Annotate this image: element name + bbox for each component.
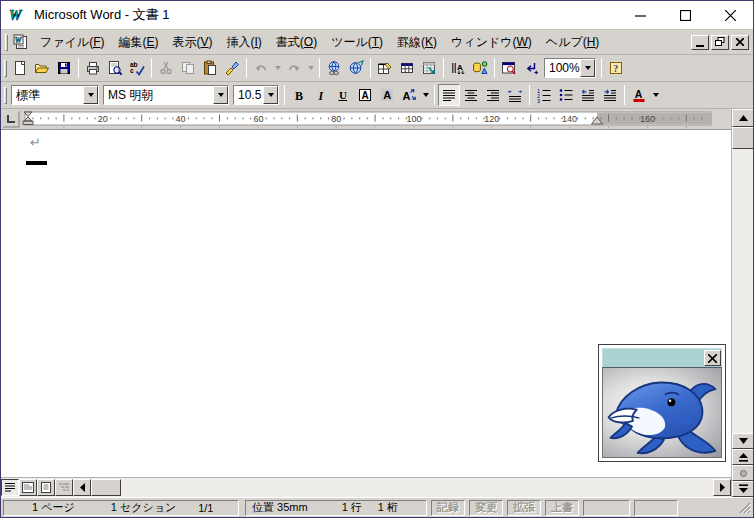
menu-grab-handle[interactable] [5,34,8,51]
spelling-grammar-button[interactable]: abc [126,57,148,79]
zoom-dropdown-arrow[interactable] [580,59,595,77]
decrease-indent-button[interactable] [577,84,599,106]
style-value[interactable]: 標準 [12,87,83,104]
previous-page-button[interactable] [732,449,754,465]
style-dropdown-arrow[interactable] [83,86,98,104]
next-page-button[interactable] [732,481,754,497]
font-value[interactable]: MS 明朝 [104,87,213,104]
bullets-button[interactable] [555,84,577,106]
ruler-number: 140 [562,114,577,124]
font-dropdown-arrow[interactable] [213,86,228,104]
enhanced-formatting-button[interactable]: A [398,84,420,106]
scroll-up-button[interactable] [732,109,754,127]
font-size-dropdown-arrow[interactable] [263,86,278,104]
assistant-close-button[interactable] [704,350,721,366]
word-window: W Microsoft Word - 文書 1 W ファイル(F)編集(E)表示… [0,0,754,518]
doc-minimize-icon [696,38,704,47]
enhanced-formatting-dropdown-arrow[interactable] [420,84,431,106]
center-button[interactable] [460,84,482,106]
minimize-button[interactable] [618,1,663,29]
tables-and-borders-button[interactable] [374,57,396,79]
close-button[interactable] [708,1,753,29]
horizontal-scrollbar[interactable] [1,477,731,497]
web-layout-view-button[interactable] [19,479,37,496]
menu-item-tools[interactable]: ツール(T) [324,33,390,51]
font-color-button[interactable]: A [628,84,650,106]
scroll-right-button[interactable] [713,479,731,496]
status-indicator[interactable]: 記録 [431,500,465,516]
status-indicator[interactable]: 変更 [469,500,503,516]
new-document-button[interactable] [9,57,31,79]
style-combo[interactable]: 標準 [11,85,99,105]
paste-button[interactable] [199,57,221,79]
document-map-button[interactable] [498,57,520,79]
svg-text:?: ? [613,63,618,74]
office-assistant-titlebar[interactable] [602,348,722,367]
menu-item-window[interactable]: ウィンドウ(W) [444,33,539,51]
menu-item-insert[interactable]: 挿入(I) [220,33,269,51]
drawing-button[interactable] [469,57,491,79]
scroll-left-button[interactable] [73,479,91,496]
vertical-scrollbar[interactable] [731,109,753,497]
justify-button[interactable] [438,84,460,106]
enclose-characters-button[interactable]: A [354,84,376,106]
status-indicator[interactable]: 拡張 [507,500,541,516]
minimize-icon [635,10,646,21]
scroll-down-button[interactable] [732,433,754,449]
menu-item-table[interactable]: 罫線(K) [390,33,444,51]
font-color-dropdown-arrow[interactable] [650,84,661,106]
menu-item-view[interactable]: 表示(V) [165,33,219,51]
menu-item-edit[interactable]: 編集(E) [111,33,165,51]
show-formatting-marks-button[interactable] [520,57,542,79]
menu-item-format[interactable]: 書式(O) [269,33,324,51]
print-preview-button[interactable] [104,57,126,79]
office-assistant-help-button[interactable]: ? [605,57,627,79]
normal-view-button[interactable] [1,479,19,496]
insert-hyperlink-button[interactable] [323,57,345,79]
font-combo[interactable]: MS 明朝 [103,85,229,105]
print-layout-view-button[interactable] [37,479,55,496]
vertical-scroll-thumb[interactable] [732,127,754,149]
character-shading-button[interactable]: A [376,84,398,106]
formatting-toolbar-grab-handle[interactable] [4,87,7,104]
zoom-value[interactable]: 100% [545,61,580,75]
italic-button[interactable]: I [310,84,332,106]
svg-text:A: A [403,90,411,102]
outline-view-button[interactable] [55,479,73,496]
resize-grip[interactable] [738,501,751,514]
align-right-button[interactable] [482,84,504,106]
font-size-combo[interactable]: 10.5 [233,85,279,105]
distribute-characters-button[interactable] [504,84,526,106]
status-indicator[interactable]: 上書 [545,500,579,516]
font-size-value[interactable]: 10.5 [234,88,263,102]
office-assistant-window[interactable] [598,344,726,462]
underline-button[interactable]: U [332,84,354,106]
increase-indent-button[interactable] [599,84,621,106]
numbering-button[interactable]: 123 [533,84,555,106]
open-button[interactable] [31,57,53,79]
horizontal-scroll-thumb[interactable] [91,479,121,496]
standard-toolbar-grab-handle[interactable] [4,60,7,77]
horizontal-ruler[interactable]: 20406080100120140160 [1,109,731,129]
zoom-combo[interactable]: 100% [544,58,596,78]
document-area[interactable]: ↵ [1,129,731,477]
select-browse-object-button[interactable] [732,465,754,481]
menu-item-help[interactable]: ヘルプ(H) [539,33,607,51]
doc-close-button[interactable] [731,35,749,50]
web-toolbar-button[interactable] [345,57,367,79]
save-button[interactable] [53,57,75,79]
insert-table-button[interactable] [396,57,418,79]
text-direction-button[interactable]: A [447,57,469,79]
bold-button[interactable]: B [288,84,310,106]
doc-restore-button[interactable] [711,35,729,50]
format-painter-button[interactable] [221,57,243,79]
page-info-panel: 1 ページ 1 セクション 1/1 [3,500,239,516]
print-button[interactable] [82,57,104,79]
vertical-scroll-track[interactable] [732,149,753,433]
menu-item-file[interactable]: ファイル(F) [33,33,111,51]
insert-excel-worksheet-button[interactable] [418,57,440,79]
maximize-button[interactable] [663,1,708,29]
doc-minimize-button[interactable] [691,35,709,50]
office-assistant-body[interactable] [602,367,722,458]
title-bar[interactable]: W Microsoft Word - 文書 1 [1,1,753,30]
